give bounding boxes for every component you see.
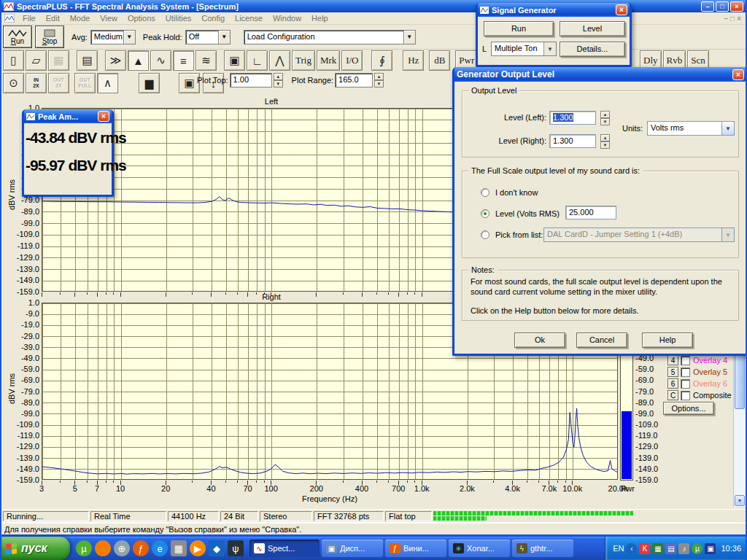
level-right-spinner[interactable]: ▲▼	[600, 134, 610, 149]
overlay-button-5[interactable]: 5	[667, 367, 678, 377]
run-button[interactable]: Run	[3, 26, 32, 48]
start-button[interactable]: пуск	[0, 537, 70, 560]
waveform-view-icon[interactable]: ∿	[150, 50, 171, 71]
bar-display-icon[interactable]: ▆	[139, 73, 160, 93]
cancel-button[interactable]: Cancel	[576, 332, 627, 348]
network-places-icon[interactable]: ▤	[665, 543, 676, 554]
radio-pick-from-list[interactable]	[481, 230, 489, 239]
kaspersky-icon[interactable]: K	[639, 543, 650, 554]
media-player-launcher-icon[interactable]: ▶	[190, 540, 206, 556]
menu-view[interactable]: View	[95, 13, 123, 23]
trigger-button[interactable]: Trig	[292, 50, 315, 71]
load-configuration-combo[interactable]: Load Configuration ▼	[244, 30, 416, 44]
overlay-button-4[interactable]: 4	[667, 355, 678, 365]
menu-options[interactable]: Options	[123, 13, 160, 23]
display-settings-icon[interactable]: ▣	[224, 50, 245, 71]
spinner-down-icon[interactable]: ▼	[374, 80, 384, 88]
io-button[interactable]: I/O	[341, 50, 363, 71]
lan-connection-icon[interactable]: ▣	[705, 543, 716, 554]
stop-button[interactable]: Stop	[35, 26, 64, 48]
ruler-icon[interactable]: ∟	[247, 50, 268, 71]
overlay-button-6[interactable]: 6	[667, 378, 678, 389]
gol-close-icon[interactable]: ×	[732, 69, 744, 80]
menu-config[interactable]: Config	[196, 13, 230, 23]
avg-combo-arrow-icon[interactable]: ▼	[123, 31, 135, 44]
mdi-restore-icon[interactable]: □	[730, 15, 735, 23]
maximize-button[interactable]: □	[716, 1, 729, 12]
minimize-button[interactable]: –	[701, 1, 714, 12]
spectrogram-view-icon[interactable]: ≡	[173, 50, 194, 71]
avg-combo[interactable]: Medium ▼	[90, 30, 136, 44]
overlay-checkbox-4[interactable]	[681, 356, 690, 365]
marker-button[interactable]: Mrk	[317, 50, 340, 71]
overlay-checkbox-5[interactable]	[681, 368, 690, 377]
gol-title-bar[interactable]: Generator Output Level ×	[454, 67, 746, 82]
utorrent-launcher-icon[interactable]: µ	[76, 540, 92, 556]
radio-level-volts[interactable]	[481, 209, 489, 218]
overlay-checkbox-6[interactable]	[681, 379, 690, 389]
firefox-launcher-icon[interactable]: ƒ	[133, 540, 149, 556]
calculator-launcher-icon[interactable]: ▦	[171, 540, 187, 556]
mdi-minimize-icon[interactable]: –	[724, 15, 729, 23]
plot-top-spinner[interactable]: ▲▼	[274, 73, 283, 88]
signal-generator-title-bar[interactable]: Signal Generator ×	[478, 3, 630, 17]
peak-hold-combo[interactable]: Off ▼	[185, 30, 231, 44]
main-title-bar[interactable]: SpectraPLUS - FFT Spectral Analysis Syst…	[1, 0, 746, 12]
volume-icon[interactable]: ♪	[678, 543, 689, 554]
spinner-down-icon[interactable]: ▼	[274, 80, 283, 88]
open-file-icon[interactable]: ▱	[26, 50, 47, 71]
generator-waveform-combo[interactable]: Multiple Ton ▼	[491, 42, 557, 56]
signal-generator-close-icon[interactable]: ×	[616, 4, 627, 15]
zoom-icon[interactable]: ⊙	[3, 73, 24, 93]
overlay-checkbox-c[interactable]	[681, 391, 690, 400]
generator-details-button[interactable]: Details...	[560, 42, 625, 57]
peak-curve-icon[interactable]: ∧	[97, 73, 118, 93]
menu-help[interactable]: Help	[306, 13, 333, 23]
close-button[interactable]: ×	[730, 1, 743, 12]
grid-utility-icon[interactable]: ▦	[652, 543, 663, 554]
db-button[interactable]: dB	[429, 50, 450, 71]
generator-waveform-arrow-icon[interactable]: ▼	[543, 42, 556, 55]
peak-window-title-bar[interactable]: Peak Am... ×	[24, 109, 112, 123]
menu-license[interactable]: License	[230, 13, 268, 23]
plot-range-spinner[interactable]: ▲▼	[374, 73, 384, 88]
scroll-down-icon[interactable]: ▼	[735, 495, 745, 506]
spectrum-view-icon[interactable]: ▲	[128, 50, 149, 71]
taskbar-task-gthtr[interactable]: ϟgthtr...	[512, 540, 573, 557]
surface-view-icon[interactable]: ≋	[196, 50, 217, 71]
peak-window-close-icon[interactable]: ×	[98, 111, 109, 122]
units-combo-arrow-icon[interactable]: ▼	[721, 122, 734, 135]
fast-forward-icon[interactable]: ≫	[105, 50, 126, 71]
caliper-icon[interactable]: ⋀	[269, 50, 290, 71]
taskbar-task-xonar[interactable]: ✳Xonar...	[449, 540, 510, 557]
units-combo[interactable]: Volts rms ▼	[647, 121, 735, 136]
full-scale-level-input[interactable]: 25.000	[565, 206, 616, 219]
utorrent-tray-icon[interactable]: µ	[692, 543, 703, 554]
generator-level-button[interactable]: Level	[560, 21, 625, 36]
spinner-up-icon[interactable]: ▲	[274, 73, 283, 80]
generator-run-button[interactable]: Run	[484, 21, 554, 36]
peak-hold-combo-arrow-icon[interactable]: ▼	[218, 31, 230, 44]
menu-file[interactable]: File	[18, 13, 41, 23]
plot-range-input[interactable]: 165.0	[335, 73, 373, 88]
orange-ball-launcher-icon[interactable]	[95, 540, 111, 556]
overlay-button-c[interactable]: C	[667, 390, 678, 400]
radio-dont-know[interactable]	[481, 188, 489, 197]
spinner-up-icon[interactable]: ▲	[374, 73, 384, 80]
spinner-down-icon[interactable]: ▼	[600, 141, 610, 149]
mdi-close-icon[interactable]: ×	[737, 15, 741, 23]
ok-button[interactable]: Ok	[514, 332, 565, 348]
zoom-in-2x-icon[interactable]: IN2X	[26, 73, 47, 93]
taskbar-task-вини[interactable]: ƒВини...	[385, 540, 446, 557]
winamp-launcher-icon[interactable]: ψ	[228, 540, 244, 556]
plot-top-input[interactable]: 1.00	[230, 73, 272, 88]
language-indicator[interactable]: EN	[613, 544, 624, 553]
help-button[interactable]: Help	[642, 332, 693, 348]
hz-button[interactable]: Hz	[403, 50, 424, 71]
level-right-input[interactable]: 1.300	[549, 134, 596, 148]
taskbar-task-дисп[interactable]: ▣Дисп...	[322, 540, 383, 557]
menu-utilities[interactable]: Utilities	[160, 13, 196, 23]
menu-window[interactable]: Window	[268, 13, 306, 23]
menu-mode[interactable]: Mode	[65, 13, 96, 23]
language-bar-icon[interactable]: ‹	[626, 543, 637, 554]
